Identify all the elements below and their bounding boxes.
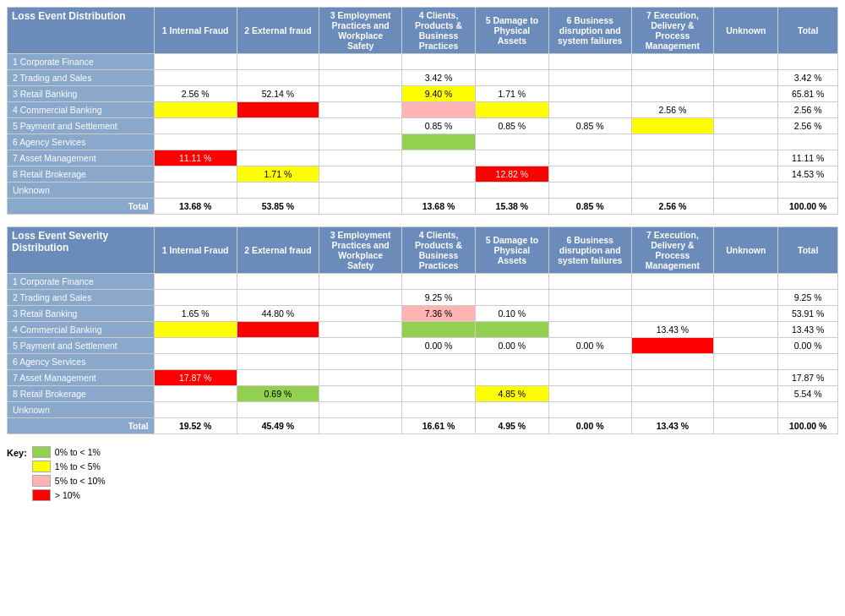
data-cell [475, 102, 548, 118]
data-cell [402, 386, 476, 402]
table1-header-4: 4 Clients, Products & Business Practices [402, 8, 476, 54]
data-cell [237, 150, 319, 166]
data-cell [319, 166, 402, 183]
table-row: 6 Agency Services [8, 134, 838, 150]
table-row: 5 Payment and Settlement0.85 %0.85 %0.85… [8, 118, 838, 134]
data-cell [475, 274, 548, 290]
data-cell [714, 386, 778, 402]
data-cell: 0.85 % [548, 118, 631, 134]
table-row: 2 Trading and Sales9.25 %9.25 % [8, 290, 838, 306]
data-cell [631, 370, 714, 386]
total-data-cell [319, 418, 402, 434]
data-cell: 17.87 % [778, 370, 838, 386]
data-cell [714, 274, 778, 290]
data-cell: 53.91 % [778, 306, 838, 322]
data-cell: 0.85 % [402, 118, 476, 134]
data-cell [475, 54, 548, 70]
row-label: 8 Retail Brokerage [8, 386, 155, 402]
loss-event-severity-table: Loss Event Severity Distribution 1 Inter… [7, 226, 838, 434]
table1-header-total: Total [778, 8, 838, 54]
data-cell [631, 166, 714, 183]
data-cell [548, 290, 631, 306]
data-cell: 17.87 % [154, 370, 237, 386]
table-row: 7 Asset Management17.87 %17.87 % [8, 370, 838, 386]
data-cell [402, 354, 476, 370]
table-row: 7 Asset Management11.11 %11.11 % [8, 150, 838, 166]
data-cell [714, 322, 778, 338]
table2-header-4: 4 Clients, Products & Business Practices [402, 227, 476, 274]
table-row: 3 Retail Banking2.56 %52.14 %9.40 %1.71 … [8, 86, 838, 102]
data-cell [548, 134, 631, 150]
data-cell [154, 354, 237, 370]
legend-label: Key: [7, 448, 27, 458]
row-label: 7 Asset Management [8, 370, 155, 386]
data-cell: 1.71 % [237, 166, 319, 183]
row-label: 6 Agency Services [8, 354, 155, 370]
data-cell [154, 338, 237, 354]
table-row: 6 Agency Services [8, 354, 838, 370]
data-cell [475, 402, 548, 418]
table-row: 4 Commercial Banking2.56 %2.56 % [8, 102, 838, 118]
data-cell [154, 402, 237, 418]
data-cell [778, 183, 838, 199]
data-cell [319, 118, 402, 134]
legend-section: Key: 0% to < 1%1% to < 5%5% to < 10%> 10… [7, 446, 838, 501]
table1-header-7: 7 Execution, Delivery & Process Manageme… [631, 8, 714, 54]
data-cell [631, 306, 714, 322]
legend-item: 0% to < 1% [32, 446, 106, 458]
data-cell [475, 322, 548, 338]
table-row: 1 Corporate Finance [8, 54, 838, 70]
data-cell [154, 118, 237, 134]
data-cell [237, 134, 319, 150]
table2-header-1: 1 Internal Fraud [154, 227, 237, 274]
data-cell [631, 386, 714, 402]
row-label: 3 Retail Banking [8, 306, 155, 322]
data-cell [631, 354, 714, 370]
data-cell [475, 134, 548, 150]
data-cell [237, 354, 319, 370]
data-cell [237, 402, 319, 418]
legend-item-label: 5% to < 10% [55, 476, 106, 486]
row-label: 2 Trading and Sales [8, 290, 155, 306]
legend-item: 1% to < 5% [32, 461, 106, 472]
data-cell: 0.10 % [475, 306, 548, 322]
data-cell [402, 402, 476, 418]
total-row: Total13.68 %53.85 %13.68 %15.38 %0.85 %2… [8, 199, 838, 215]
data-cell [475, 290, 548, 306]
data-cell [319, 322, 402, 338]
data-cell [154, 166, 237, 183]
total-label: Total [8, 418, 155, 434]
data-cell [548, 102, 631, 118]
data-cell: 1.71 % [475, 86, 548, 102]
data-cell [714, 166, 778, 183]
loss-event-severity-section: Loss Event Severity Distribution 1 Inter… [7, 226, 838, 434]
data-cell [631, 54, 714, 70]
table-row: Unknown [8, 402, 838, 418]
data-cell [714, 118, 778, 134]
total-data-cell [714, 199, 778, 215]
data-cell [237, 54, 319, 70]
table-row: 4 Commercial Banking13.43 %13.43 % [8, 322, 838, 338]
loss-event-distribution-table: Loss Event Distribution 1 Internal Fraud… [7, 7, 838, 215]
total-data-cell: 4.95 % [475, 418, 548, 434]
data-cell: 44.80 % [237, 306, 319, 322]
row-label: Unknown [8, 183, 155, 199]
data-cell [548, 86, 631, 102]
data-cell [631, 338, 714, 354]
table1-title: Loss Event Distribution [8, 8, 155, 54]
data-cell: 13.43 % [778, 322, 838, 338]
data-cell [631, 150, 714, 166]
data-cell: 4.85 % [475, 386, 548, 402]
data-cell [714, 402, 778, 418]
data-cell [237, 183, 319, 199]
data-cell [631, 183, 714, 199]
data-cell [631, 118, 714, 134]
data-cell [319, 306, 402, 322]
table2-header-6: 6 Business disruption and system failure… [548, 227, 631, 274]
data-cell [631, 70, 714, 86]
total-data-cell: 16.61 % [402, 418, 476, 434]
total-data-cell: 0.00 % [548, 418, 631, 434]
data-cell [237, 70, 319, 86]
data-cell: 5.54 % [778, 386, 838, 402]
data-cell [402, 370, 476, 386]
